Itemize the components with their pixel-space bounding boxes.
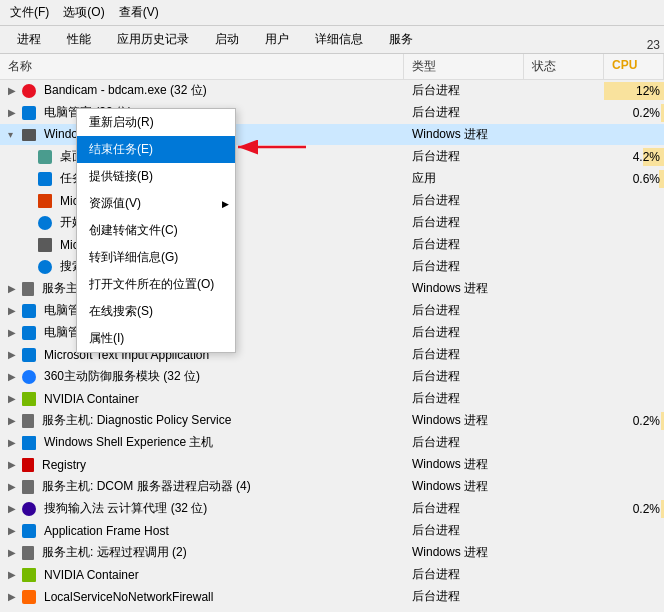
menubar: 文件(F) 选项(O) 查看(V) [0, 0, 664, 26]
expand-icon[interactable]: ▶ [8, 591, 18, 602]
context-menu-item-0[interactable]: 重新启动(R) [77, 109, 235, 136]
process-cpu [604, 463, 664, 467]
process-type: 后台进程 [404, 146, 524, 167]
process-status [524, 199, 604, 203]
process-cpu: 0.6% [604, 170, 664, 188]
table-row[interactable]: ▶360主动防御服务模块 (32 位)后台进程 [0, 366, 664, 388]
context-menu-item-3[interactable]: 资源值(V) [77, 190, 235, 217]
expand-icon[interactable]: ▶ [8, 547, 18, 558]
table-row[interactable]: ▶NVIDIA Container后台进程 [0, 564, 664, 586]
table-row[interactable]: ▶NVIDIA Container后台进程 [0, 388, 664, 410]
tab-performance[interactable]: 性能 [54, 26, 104, 53]
expand-icon[interactable]: ▶ [8, 525, 18, 536]
nvidia-icon [22, 392, 36, 406]
process-cpu [604, 309, 664, 313]
process-cpu [604, 441, 664, 445]
office-icon [38, 194, 52, 208]
table-row[interactable]: ▶服务主机: DCOM 服务器进程启动器 (4)Windows 进程 [0, 476, 664, 498]
process-name: 服务主机: Diagnostic Policy Service [42, 412, 231, 429]
context-menu-item-5[interactable]: 转到详细信息(G) [77, 244, 235, 271]
context-menu-item-2[interactable]: 提供链接(B) [77, 163, 235, 190]
expand-icon[interactable]: ▶ [8, 459, 18, 470]
table-row[interactable]: ▶Windows Shell Experience 主机后台进程 [0, 432, 664, 454]
process-status [524, 287, 604, 291]
process-status [524, 221, 604, 225]
expand-icon[interactable]: ▶ [8, 327, 18, 338]
tab-app-history[interactable]: 应用历史记录 [104, 26, 202, 53]
process-status [524, 441, 604, 445]
nvidia-icon [22, 568, 36, 582]
expand-icon[interactable]: ▶ [8, 371, 18, 382]
expand-icon[interactable]: ▶ [8, 283, 18, 294]
process-type: 后台进程 [404, 586, 524, 607]
context-menu-item-8[interactable]: 属性(I) [77, 325, 235, 352]
process-cpu: 12% [604, 82, 664, 100]
360-icon [22, 370, 36, 384]
col-header-status[interactable]: 状态 [524, 54, 604, 79]
process-status [524, 133, 604, 137]
table-row[interactable]: ▶服务主机: 远程过程调用 (2)Windows 进程 [0, 542, 664, 564]
start-icon [38, 260, 52, 274]
context-menu-item-1[interactable]: 结束任务(E) [77, 136, 235, 163]
tab-services[interactable]: 服务 [376, 26, 426, 53]
col-header-cpu[interactable]: CPU [604, 54, 664, 79]
menu-file[interactable]: 文件(F) [4, 2, 55, 23]
start-icon [38, 216, 52, 230]
context-menu-item-6[interactable]: 打开文件所在的位置(O) [77, 271, 235, 298]
table-row[interactable]: ▶Bandicam - bdcam.exe (32 位)后台进程12% [0, 80, 664, 102]
table-row[interactable]: ▶服务主机: Diagnostic Policy ServiceWindows … [0, 410, 664, 432]
expand-icon[interactable]: ▶ [8, 481, 18, 492]
process-type: 后台进程 [404, 234, 524, 255]
tab-details[interactable]: 详细信息 [302, 26, 376, 53]
expand-icon[interactable]: ▶ [8, 107, 18, 118]
process-type: 后台进程 [404, 300, 524, 321]
expand-icon[interactable]: ▾ [8, 129, 18, 140]
menu-options[interactable]: 选项(O) [57, 2, 110, 23]
expand-icon[interactable]: ▶ [8, 415, 18, 426]
table-row[interactable]: ▶搜狗输入法 云计算代理 (32 位)后台进程0.2% [0, 498, 664, 520]
expand-icon[interactable]: ▶ [8, 437, 18, 448]
service-icon [22, 282, 34, 296]
expand-icon[interactable]: ▶ [8, 85, 18, 96]
menu-view[interactable]: 查看(V) [113, 2, 165, 23]
tab-users[interactable]: 用户 [252, 26, 302, 53]
tab-startup[interactable]: 启动 [202, 26, 252, 53]
col-header-name[interactable]: 名称 [0, 54, 404, 79]
table-row[interactable]: ▶RegistryWindows 进程 [0, 454, 664, 476]
process-cpu [604, 595, 664, 599]
cpu-value: 12% [636, 84, 660, 98]
expand-icon[interactable]: ▶ [8, 393, 18, 404]
process-status [524, 551, 604, 555]
process-name: LocalServiceNoNetworkFirewall [44, 590, 213, 604]
process-status [524, 485, 604, 489]
context-menu-item-4[interactable]: 创建转储文件(C) [77, 217, 235, 244]
tab-process[interactable]: 进程 [4, 26, 54, 53]
process-cpu [604, 573, 664, 577]
expand-icon[interactable]: ▶ [8, 349, 18, 360]
expand-icon[interactable]: ▶ [8, 503, 18, 514]
context-menu-item-7[interactable]: 在线搜索(S) [77, 298, 235, 325]
table-row[interactable]: ▶LocalServiceNoNetworkFirewall后台进程 [0, 586, 664, 608]
appframe-icon [22, 348, 36, 362]
process-status [524, 529, 604, 533]
process-name: Bandicam - bdcam.exe (32 位) [44, 82, 207, 99]
process-type: 后台进程 [404, 366, 524, 387]
process-status [524, 375, 604, 379]
col-header-type[interactable]: 类型 [404, 54, 524, 79]
firewall-icon [22, 590, 36, 604]
expand-icon[interactable]: ▶ [8, 569, 18, 580]
table-row[interactable]: ▶Application Frame Host后台进程 [0, 520, 664, 542]
process-cpu [604, 331, 664, 335]
process-cpu [604, 551, 664, 555]
reg-icon [22, 458, 34, 472]
process-cpu [604, 221, 664, 225]
task-icon [38, 172, 52, 186]
process-type: 后台进程 [404, 498, 524, 519]
process-type: 后台进程 [404, 564, 524, 585]
expand-icon[interactable]: ▶ [8, 305, 18, 316]
pc-icon [22, 129, 36, 141]
process-name: NVIDIA Container [44, 392, 139, 406]
process-cpu: 4.2% [604, 148, 664, 166]
process-cpu [604, 133, 664, 137]
process-name: 服务主机: DCOM 服务器进程启动器 (4) [42, 478, 251, 495]
